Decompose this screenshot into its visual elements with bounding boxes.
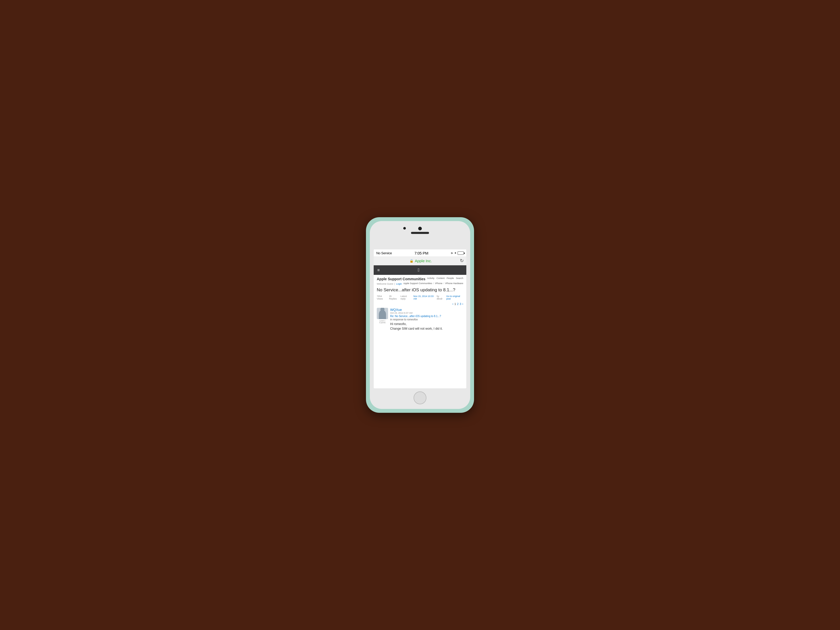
welcome-text: Welcome Guest <box>377 283 393 285</box>
refresh-button[interactable]: ↻ <box>460 258 464 264</box>
latest-by: by dkndr <box>437 295 445 300</box>
web-content: Apple Support Communities Activity Conte… <box>374 275 466 388</box>
url-text: Apple Inc. <box>415 259 432 263</box>
commenter-name[interactable]: WQXue <box>390 308 463 312</box>
avatar-level: Level 1 0 points <box>377 320 388 324</box>
lock-icon: 🔒 <box>409 259 414 263</box>
carrier-text: No Service <box>376 251 392 255</box>
breadcrumb-hardware[interactable]: iPhone Hardware <box>445 282 463 285</box>
apple-nav-bar: ≡  <box>374 265 466 275</box>
replies-count: 35 Replies <box>389 295 399 300</box>
greeting-text: Hi romeofix, <box>390 322 463 326</box>
pagination: ‹ 1 2 3 › <box>377 302 463 306</box>
site-title: Apple Support Communities <box>377 277 425 281</box>
in-response-text: in response to romeofox <box>390 318 463 321</box>
divider-pipe: | <box>394 283 395 285</box>
page-1[interactable]: 1 <box>455 302 456 305</box>
scene: No Service 7:05 PM ⊳ ✶ 🔒 Apple Inc. <box>353 215 487 415</box>
comment-body-text: Change SIM card will not work, I did it. <box>390 327 463 330</box>
earpiece <box>411 232 429 234</box>
nav-links: Activity Content People Search <box>427 277 463 279</box>
page-3[interactable]: 3 <box>459 302 461 305</box>
comment-body: WQXue Oct 23, 2014 6:37 AM Re: No Servic… <box>390 308 463 330</box>
apple-logo-icon:  <box>418 267 420 273</box>
nav-activity[interactable]: Activity <box>427 277 434 279</box>
nav-search[interactable]: Search <box>456 277 463 279</box>
nav-people[interactable]: People <box>447 277 454 279</box>
home-button[interactable] <box>414 392 426 404</box>
thread-meta: 7654 Views 35 Replies Latest reply: Nov … <box>377 295 463 300</box>
avatar-container: Level 1 0 points <box>377 308 388 330</box>
thread-title: No Service...after iOS updating to 8.1..… <box>377 287 463 293</box>
go-original-link[interactable]: Go to original post <box>446 295 463 300</box>
status-bar: No Service 7:05 PM ⊳ ✶ <box>374 249 466 256</box>
prev-page-button[interactable]: ‹ <box>452 302 453 306</box>
hamburger-icon[interactable]: ≡ <box>377 268 380 273</box>
battery-icon <box>458 251 464 255</box>
location-icon: ⊳ <box>451 251 453 255</box>
communities-header: Apple Support Communities Activity Conte… <box>377 277 463 281</box>
avatar-figure <box>379 310 386 319</box>
re-link[interactable]: Re: No Service...after iOS updating to 8… <box>390 315 463 317</box>
login-link[interactable]: Login <box>396 283 402 285</box>
status-icons: ⊳ ✶ <box>451 251 464 255</box>
comment: Level 1 0 points WQXue Oct 23, 2014 6:37… <box>377 308 463 330</box>
url-bar[interactable]: 🔒 Apple Inc. ↻ <box>374 256 466 265</box>
latest-reply-date[interactable]: Nov 15, 2014 10:33 AM <box>413 295 435 300</box>
breadcrumb-communities[interactable]: Apple Support Communities <box>403 282 432 285</box>
page-2[interactable]: 2 <box>457 302 459 305</box>
phone-body: No Service 7:05 PM ⊳ ✶ 🔒 Apple Inc. <box>370 221 470 409</box>
screen: No Service 7:05 PM ⊳ ✶ 🔒 Apple Inc. <box>374 249 466 388</box>
time-text: 7:05 PM <box>414 251 428 255</box>
breadcrumb: Apple Support Communities / iPhone / iPh… <box>403 282 463 285</box>
welcome-bar: Welcome Guest | Login <box>377 283 402 285</box>
next-page-button[interactable]: › <box>462 302 463 306</box>
comment-date: Oct 23, 2014 6:37 AM <box>390 312 463 314</box>
url-content: 🔒 Apple Inc. <box>381 259 460 263</box>
front-camera-small <box>403 227 406 230</box>
phone-top-bezel <box>370 221 470 252</box>
views-count: 7654 Views <box>377 295 388 300</box>
nav-content[interactable]: Content <box>436 277 445 279</box>
avatar <box>377 308 388 319</box>
bluetooth-icon: ✶ <box>454 251 456 255</box>
phone-case: No Service 7:05 PM ⊳ ✶ 🔒 Apple Inc. <box>366 217 474 413</box>
breadcrumb-iphone[interactable]: iPhone <box>435 282 442 285</box>
latest-label: Latest reply: <box>400 295 412 300</box>
front-camera <box>418 227 422 231</box>
